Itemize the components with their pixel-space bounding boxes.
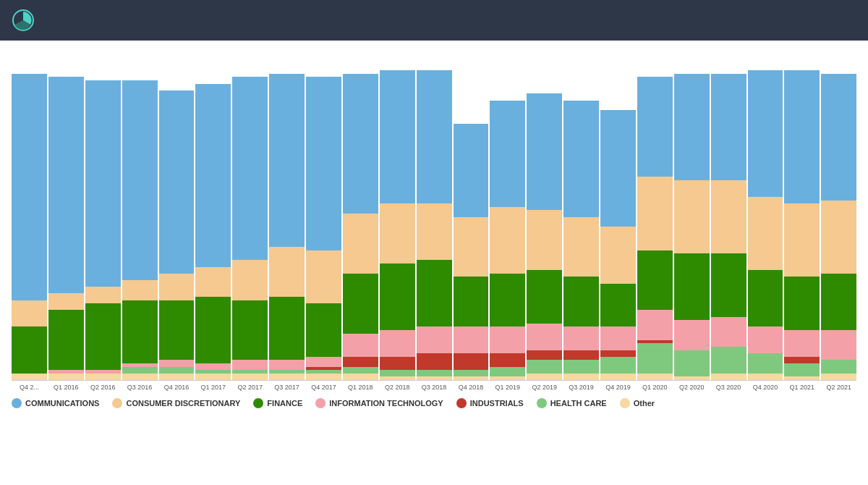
bar-segment-other (527, 374, 562, 380)
bar-segment-other (454, 376, 489, 380)
bar-group (637, 77, 673, 380)
x-label: Q4 2019 (600, 384, 636, 391)
x-label: Q4 2020 (748, 384, 783, 391)
bar-segment-communications (232, 77, 268, 260)
bar-segment-industrials (417, 353, 452, 370)
bar-segment-consumer_disc (454, 217, 489, 277)
bar-segment-other (490, 376, 525, 380)
legend-item: COMMUNICATIONS (12, 398, 99, 408)
bar-segment-communications (159, 90, 195, 274)
bar-segment-finance (454, 277, 489, 326)
bar-segment-communications (490, 101, 525, 207)
legend-item: HEALTH CARE (537, 398, 607, 408)
bar-segment-health_care (343, 367, 378, 374)
bar-segment-consumer_disc (48, 293, 84, 310)
bar-segment-consumer_disc (269, 247, 305, 297)
bar-segment-finance (490, 274, 525, 327)
bar-segment-it (821, 330, 856, 360)
bar-segment-other (269, 374, 305, 380)
bar-segment-consumer_disc (527, 210, 562, 270)
bar-segment-health_care (637, 343, 673, 373)
bar-segment-finance (711, 253, 746, 316)
legend-item: FINANCE (253, 398, 302, 408)
bar-group (454, 124, 489, 380)
x-label: Q2 2020 (674, 384, 710, 391)
bar-segment-other (343, 374, 378, 380)
bar-segment-finance (232, 300, 268, 360)
x-label: Q4 2016 (159, 384, 195, 391)
x-label: Q1 2018 (343, 384, 378, 391)
bar-segment-communications (417, 70, 452, 203)
chart-container: Q4 2...Q1 2016Q2 2016Q3 2016Q4 2016Q1 20… (0, 41, 868, 424)
x-label: Q4 2017 (306, 384, 341, 391)
x-label: Q1 2017 (195, 384, 231, 391)
x-label: Q1 2019 (490, 384, 525, 391)
bar-segment-other (306, 374, 341, 380)
bar-segment-communications (343, 74, 378, 214)
x-label: Q3 2017 (269, 384, 305, 391)
legend-color-dot (253, 398, 263, 408)
bar-segment-communications (12, 74, 47, 300)
bar-segment-other (711, 374, 746, 380)
bar-segment-industrials (563, 350, 599, 360)
bar-segment-finance (343, 274, 378, 334)
bar-segment-consumer_disc (380, 203, 415, 263)
bar-segment-communications (122, 80, 158, 280)
bar-segment-communications (527, 93, 562, 210)
bar-segment-communications (600, 110, 636, 227)
bar-segment-it (748, 326, 783, 353)
bar-segment-consumer_disc (711, 180, 746, 253)
bar-group (195, 84, 231, 380)
bar-segment-it (784, 330, 820, 357)
bar-group (821, 74, 856, 380)
bar-segment-industrials (784, 357, 820, 363)
x-label: Q3 2016 (122, 384, 158, 391)
bar-segment-consumer_disc (85, 287, 121, 303)
bar-segment-communications (85, 80, 121, 287)
x-label: Q1 2021 (784, 384, 820, 391)
bar-segment-industrials (600, 350, 636, 357)
bar-segment-finance (417, 260, 452, 326)
bar-segment-it (600, 326, 636, 350)
x-label: Q1 2016 (48, 384, 84, 391)
bar-segment-finance (563, 277, 599, 326)
legend-color-dot (12, 398, 22, 408)
bar-segment-health_care (674, 350, 710, 377)
bar-segment-finance (195, 297, 231, 363)
bar-segment-other (85, 374, 121, 380)
x-axis: Q4 2...Q1 2016Q2 2016Q3 2016Q4 2016Q1 20… (12, 381, 856, 391)
bar-group (159, 90, 195, 380)
bar-segment-it (527, 324, 562, 350)
bar-segment-industrials (527, 350, 562, 360)
bar-segment-consumer_disc (821, 201, 856, 274)
bar-segment-finance (784, 277, 820, 330)
bar-segment-health_care (454, 370, 489, 376)
bar-group (12, 74, 47, 380)
bar-segment-communications (637, 77, 673, 177)
bar-segment-communications (674, 74, 710, 180)
bar-segment-other (122, 374, 158, 380)
bar-segment-it (711, 317, 746, 347)
bar-segment-it (159, 360, 195, 366)
bar-segment-consumer_disc (343, 214, 378, 274)
bar-segment-it (490, 326, 525, 353)
bar-segment-other (159, 374, 195, 380)
bar-segment-health_care (784, 363, 820, 376)
bar-segment-other (563, 374, 599, 380)
x-label: Q3 2018 (417, 384, 452, 391)
header (0, 0, 868, 41)
x-label: Q3 2020 (711, 384, 746, 391)
bar-segment-consumer_disc (563, 217, 599, 277)
bar-segment-finance (122, 300, 158, 363)
bar-group (269, 74, 305, 380)
bar-segment-health_care (380, 370, 415, 376)
x-label: Q4 2... (12, 384, 47, 391)
bar-segment-communications (195, 84, 231, 267)
bar-group (600, 110, 636, 380)
bar-segment-it (563, 326, 599, 350)
legend-color-dot (537, 398, 547, 408)
x-label: Q2 2016 (85, 384, 121, 391)
bar-segment-communications (48, 77, 84, 293)
bar-group (85, 80, 121, 380)
bar-group (674, 74, 710, 380)
